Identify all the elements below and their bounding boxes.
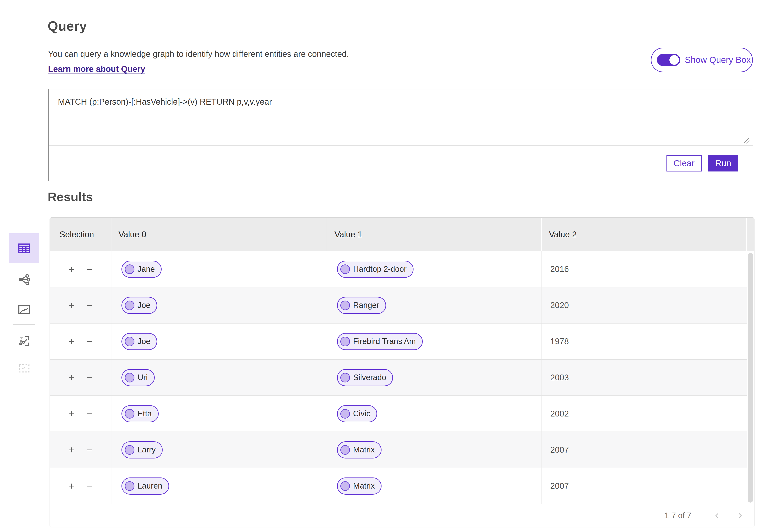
clear-button[interactable]: Clear: [666, 155, 702, 172]
column-header-value1: Value 1: [327, 218, 542, 251]
resize-handle-icon[interactable]: [742, 136, 750, 145]
entity-label: Lauren: [137, 482, 162, 490]
expand-selection-button[interactable]: +: [67, 444, 76, 456]
table-row: + − Joe Firebird Trans Am 1978: [50, 323, 747, 360]
column-header-value0: Value 0: [111, 218, 327, 251]
value2-cell: 2020: [542, 287, 747, 323]
value1-cell: Ranger: [327, 287, 542, 323]
entity-pill[interactable]: Jane: [121, 261, 162, 278]
query-input[interactable]: MATCH (p:Person)-[:HasVehicle]->(v) RETU…: [49, 89, 753, 145]
page-title: Query: [48, 18, 87, 34]
selection-cell: + −: [50, 468, 111, 504]
expand-selection-button[interactable]: +: [67, 335, 76, 348]
node-circle-icon: [340, 373, 350, 382]
selection-cell: + −: [50, 287, 111, 323]
show-query-box-toggle[interactable]: Show Query Box: [651, 48, 753, 72]
entity-pill[interactable]: Larry: [121, 441, 163, 459]
node-circle-icon: [340, 481, 350, 491]
value0-cell: Uri: [111, 360, 327, 395]
value0-cell: Joe: [111, 287, 327, 323]
column-header-selection: Selection: [50, 218, 111, 251]
sidebar-item-selection-view: [9, 358, 39, 379]
graph-frame-view-icon: [17, 334, 31, 348]
node-circle-icon: [125, 300, 135, 310]
node-circle-icon: [340, 300, 350, 310]
node-circle-icon: [125, 445, 135, 455]
entity-label: Jane: [137, 265, 155, 274]
entity-label: Etta: [137, 409, 152, 418]
node-circle-icon: [125, 265, 135, 274]
remove-selection-button[interactable]: −: [85, 335, 94, 348]
entity-pill[interactable]: Lauren: [121, 478, 169, 494]
table-view-icon: [17, 241, 31, 255]
selection-cell: + −: [50, 396, 111, 432]
remove-selection-button[interactable]: −: [85, 371, 94, 384]
entity-pill[interactable]: Hardtop 2-door: [337, 261, 413, 278]
selection-cell: + −: [50, 360, 111, 395]
pagination-prev-button[interactable]: [712, 510, 723, 521]
value2-cell: 2003: [542, 360, 747, 395]
query-page: Query You can query a knowledge graph to…: [0, 0, 757, 532]
expand-selection-button[interactable]: +: [67, 371, 76, 384]
scrollbar-thumb[interactable]: [748, 253, 753, 503]
entity-label: Matrix: [353, 482, 375, 490]
value2-cell: 2007: [542, 432, 747, 468]
value0-cell: Larry: [111, 432, 327, 468]
selection-cell: + −: [50, 323, 111, 359]
column-header-value2: Value 2: [542, 218, 747, 251]
entity-pill[interactable]: Ranger: [337, 297, 386, 314]
chevron-right-icon: [736, 512, 744, 520]
entity-pill[interactable]: Firebird Trans Am: [337, 333, 423, 350]
sidebar-divider: [13, 324, 35, 325]
graph-view-icon: [17, 273, 31, 287]
expand-selection-button[interactable]: +: [67, 407, 76, 420]
entity-pill[interactable]: Etta: [121, 405, 159, 422]
entity-pill[interactable]: Joe: [121, 333, 157, 350]
view-switcher-sidebar: [9, 233, 39, 388]
remove-selection-button[interactable]: −: [85, 407, 94, 420]
entity-pill[interactable]: Matrix: [337, 441, 381, 459]
entity-pill[interactable]: Civic: [337, 405, 377, 422]
table-body: + − Jane Hardtop 2-door 2016: [50, 251, 754, 504]
remove-selection-button[interactable]: −: [85, 263, 94, 275]
node-circle-icon: [125, 337, 135, 346]
entity-pill[interactable]: Joe: [121, 297, 157, 314]
node-circle-icon: [340, 409, 350, 419]
learn-more-link[interactable]: Learn more about Query: [48, 64, 145, 74]
entity-pill[interactable]: Silverado: [337, 369, 393, 386]
table-scrollbar[interactable]: [747, 251, 754, 504]
year-value: 2002: [550, 409, 569, 418]
selection-cell: + −: [50, 251, 111, 287]
entity-label: Matrix: [353, 445, 375, 454]
table-row: + − Etta Civic 2002: [50, 396, 747, 432]
year-value: 2007: [550, 445, 569, 455]
table-header-row: Selection Value 0 Value 1 Value 2: [50, 218, 754, 251]
entity-pill[interactable]: Uri: [121, 369, 155, 386]
page-description: You can query a knowledge graph to ident…: [48, 49, 349, 59]
query-box-panel: MATCH (p:Person)-[:HasVehicle]->(v) RETU…: [48, 89, 753, 181]
remove-selection-button[interactable]: −: [85, 480, 94, 492]
sidebar-item-table-view[interactable]: [9, 233, 39, 264]
expand-selection-button[interactable]: +: [67, 299, 76, 312]
node-circle-icon: [340, 337, 350, 346]
value1-cell: Silverado: [327, 360, 542, 395]
value0-cell: Jane: [111, 251, 327, 287]
sidebar-item-graph-view[interactable]: [9, 269, 39, 290]
entity-label: Firebird Trans Am: [353, 337, 416, 346]
sidebar-item-chart-view[interactable]: [9, 299, 39, 320]
entity-pill[interactable]: Matrix: [337, 478, 381, 494]
results-title: Results: [48, 190, 93, 204]
pagination-next-button[interactable]: [734, 510, 746, 521]
expand-selection-button[interactable]: +: [67, 263, 76, 275]
node-circle-icon: [125, 409, 135, 419]
remove-selection-button[interactable]: −: [85, 299, 94, 312]
expand-selection-button[interactable]: +: [67, 480, 76, 492]
run-button[interactable]: Run: [708, 155, 739, 172]
toggle-switch-icon[interactable]: [657, 54, 680, 66]
entity-label: Ranger: [353, 301, 379, 310]
entity-label: Larry: [137, 445, 156, 454]
chart-view-icon: [17, 303, 31, 317]
remove-selection-button[interactable]: −: [85, 444, 94, 456]
sidebar-item-graph-frame-view[interactable]: [9, 331, 39, 351]
pagination-range: 1-7 of 7: [664, 511, 691, 520]
